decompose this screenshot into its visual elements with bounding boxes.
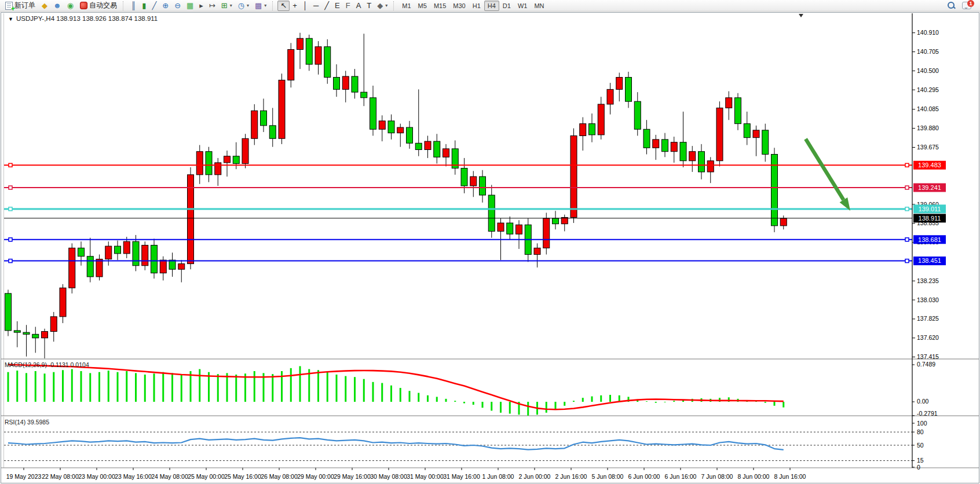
bull-candle bbox=[534, 248, 540, 254]
equidistant-channel-button[interactable]: E bbox=[332, 1, 343, 11]
text-icon: A bbox=[356, 1, 361, 10]
chart-shift-button[interactable]: ↦ bbox=[206, 1, 218, 11]
line-anchor-handle[interactable] bbox=[9, 163, 12, 167]
bull-candle bbox=[288, 49, 294, 80]
time-tick-label: 29 May 16:00 bbox=[334, 473, 371, 480]
fibonacci-button[interactable]: F bbox=[343, 1, 353, 11]
timeframe-h4-button[interactable]: H4 bbox=[484, 1, 499, 11]
bear-candle bbox=[5, 294, 12, 331]
price-tick-label: 140.705 bbox=[917, 48, 939, 55]
time-tick-label: 8 Jun 00:00 bbox=[738, 473, 770, 480]
line-anchor-handle[interactable] bbox=[9, 259, 12, 263]
time-tick-label: 30 May 08:00 bbox=[370, 473, 407, 480]
trading-app-window: { "toolbar": { "new_order_label": "新订单",… bbox=[0, 0, 980, 484]
chevron-down-icon: ▾ bbox=[230, 3, 232, 8]
timeframe-m15-button[interactable]: M15 bbox=[430, 1, 449, 11]
shapes-button[interactable]: ◆▾ bbox=[374, 1, 390, 11]
yellow-wedge-button[interactable]: ◆ bbox=[39, 1, 50, 11]
cursor-button[interactable]: ↖ bbox=[277, 1, 290, 11]
line-anchor-handle[interactable] bbox=[9, 238, 12, 241]
bear-candle bbox=[334, 78, 340, 90]
profile-button[interactable]: ☻ bbox=[50, 1, 64, 11]
line-price-badge: 139.241 bbox=[913, 184, 946, 192]
bear-candle bbox=[744, 124, 750, 138]
search-button[interactable] bbox=[944, 1, 959, 11]
bull-candle bbox=[707, 161, 714, 172]
notifications-button[interactable]: 1 bbox=[959, 1, 974, 11]
periodicity-icon: ◷ bbox=[238, 1, 244, 10]
line-anchor-handle[interactable] bbox=[905, 238, 909, 241]
horizontal-line-icon: ─ bbox=[313, 1, 319, 10]
time-tick-label: 7 Jun 08:00 bbox=[701, 473, 733, 480]
bear-candle bbox=[78, 248, 85, 256]
bear-candle bbox=[507, 223, 513, 234]
chevron-down-icon: ▾ bbox=[385, 3, 387, 8]
timeframe-h1-button[interactable]: H1 bbox=[469, 1, 484, 11]
bar-chart-button[interactable]: ║ bbox=[128, 1, 139, 11]
bull-candle bbox=[69, 248, 75, 288]
new-order-button[interactable]: 新订单 bbox=[2, 1, 38, 11]
templates-icon: ▩ bbox=[255, 1, 262, 10]
zoom-in-button[interactable]: ⊕ bbox=[159, 1, 171, 11]
line-chart-button[interactable]: ╱ bbox=[149, 1, 159, 11]
horizontal-line-button[interactable]: ─ bbox=[310, 1, 321, 11]
fibonacci-icon: F bbox=[346, 1, 350, 10]
time-tick-label: 25 May 16:00 bbox=[224, 473, 261, 480]
line-price-badge: 138.681 bbox=[913, 235, 946, 244]
vertical-line-button[interactable]: │ bbox=[300, 1, 310, 11]
line-anchor-handle[interactable] bbox=[905, 259, 909, 263]
bull-candle bbox=[160, 260, 166, 273]
chart-window[interactable]: 140.910140.705140.500140.295140.085139.8… bbox=[0, 0, 980, 484]
bear-candle bbox=[434, 141, 440, 157]
zoom-out-button[interactable]: ⊖ bbox=[171, 1, 184, 11]
line-anchor-handle[interactable] bbox=[905, 207, 909, 211]
line-anchor-handle[interactable] bbox=[9, 207, 12, 211]
bull-candle bbox=[616, 78, 623, 90]
shapes-icon: ◆ bbox=[377, 1, 383, 10]
bull-candle bbox=[571, 135, 577, 217]
bull-candle bbox=[598, 104, 604, 135]
label-button[interactable]: T bbox=[364, 1, 374, 11]
line-anchor-handle[interactable] bbox=[9, 186, 12, 189]
bear-candle bbox=[589, 124, 595, 135]
timeframe-mn-button[interactable]: MN bbox=[531, 1, 547, 11]
timeframe-w1-button[interactable]: W1 bbox=[514, 1, 531, 11]
trendline-button[interactable]: ╱ bbox=[321, 1, 332, 11]
timeframe-d1-button[interactable]: D1 bbox=[499, 1, 514, 11]
symbol-collapse-icon[interactable]: ▼ bbox=[8, 16, 13, 22]
bear-candle bbox=[306, 38, 312, 64]
timeframe-m5-button[interactable]: M5 bbox=[415, 1, 430, 11]
price-badge-label: 138.451 bbox=[918, 257, 941, 264]
candlestick-icon: ▮ bbox=[142, 1, 146, 10]
toolbar-drawing-icons: ↖+│─╱EFAT◆▾ bbox=[277, 1, 390, 11]
line-price-badge: 138.451 bbox=[913, 256, 946, 265]
price-tick-label: 137.620 bbox=[917, 334, 939, 341]
bear-candle bbox=[206, 152, 212, 175]
line-anchor-handle[interactable] bbox=[905, 163, 909, 167]
periodicity-button[interactable]: ◷▾ bbox=[235, 1, 252, 11]
indicators-icon: ⊞ bbox=[221, 1, 228, 10]
indicators-button[interactable]: ⊞▾ bbox=[218, 1, 235, 11]
line-price-badge: 139.483 bbox=[913, 161, 946, 170]
templates-button[interactable]: ▩▾ bbox=[252, 1, 269, 11]
chart-shift-icon: ↦ bbox=[209, 1, 215, 10]
bear-candle bbox=[151, 245, 158, 273]
bull-candle bbox=[196, 152, 203, 175]
timeframe-m1-button[interactable]: M1 bbox=[398, 1, 414, 11]
auto-trading-button[interactable]: 自动交易 bbox=[77, 1, 120, 11]
timeframe-m30-button[interactable]: M30 bbox=[449, 1, 469, 11]
search-icon bbox=[947, 1, 956, 10]
auto-scroll-button[interactable]: ▸ bbox=[196, 1, 206, 11]
tile-windows-button[interactable]: ▦ bbox=[184, 1, 196, 11]
label-icon: T bbox=[367, 1, 371, 10]
candlestick-button[interactable]: ▮ bbox=[139, 1, 149, 11]
bull-candle bbox=[653, 140, 659, 148]
bear-candle bbox=[626, 78, 632, 102]
bear-candle bbox=[735, 98, 741, 124]
text-button[interactable]: A bbox=[353, 1, 364, 11]
time-tick-label: 2 Jun 00:00 bbox=[519, 473, 551, 480]
crosshair-button[interactable]: + bbox=[290, 1, 300, 11]
cursor-icon: ↖ bbox=[280, 1, 287, 10]
signals-button[interactable]: ◉ bbox=[64, 1, 76, 11]
line-anchor-handle[interactable] bbox=[905, 186, 909, 189]
